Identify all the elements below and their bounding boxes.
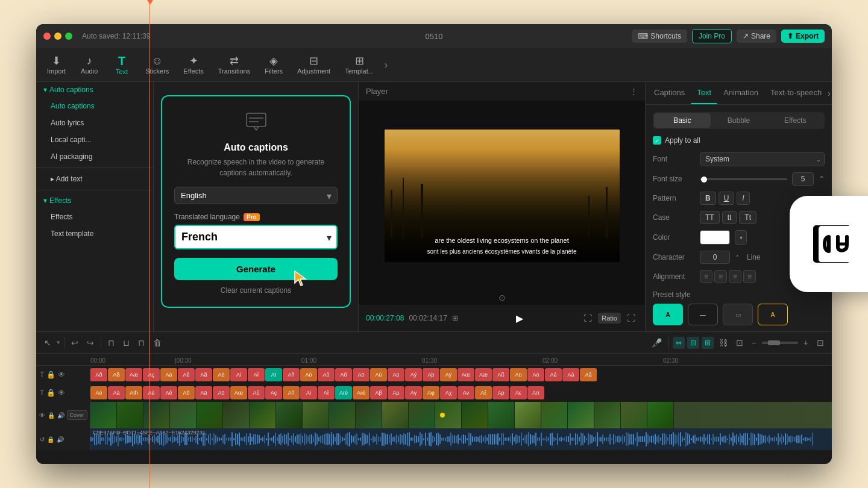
caption-chip[interactable]: Aγ: [405, 386, 422, 399]
copy-tool[interactable]: ⊡: [733, 336, 746, 349]
caption-chip[interactable]: Aρ: [492, 386, 509, 399]
caption-chip[interactable]: Aú: [370, 368, 387, 381]
caption-chip[interactable]: Aû: [248, 386, 265, 399]
lowercase-button[interactable]: tt: [722, 211, 737, 224]
color-swatch[interactable]: [700, 230, 730, 245]
caption-chip[interactable]: Aí: [230, 368, 247, 381]
caption-chip[interactable]: Aç: [143, 368, 160, 381]
minus-zoom-btn[interactable]: −: [749, 336, 760, 349]
caption-chip[interactable]: Aõ: [178, 386, 195, 399]
link-tool[interactable]: ⛓: [716, 336, 731, 349]
caption-chip[interactable]: Aà: [562, 368, 579, 381]
plus-zoom-btn[interactable]: +: [800, 336, 811, 349]
caption-chip[interactable]: Aœ: [458, 368, 474, 381]
preset-style-3[interactable]: ▭: [723, 304, 753, 325]
apply-all-checkbox[interactable]: ✓: [653, 136, 661, 145]
redo-button[interactable]: ↪: [84, 336, 97, 349]
toolbar-more-button[interactable]: ›: [382, 57, 390, 73]
tab-captions[interactable]: Captions: [648, 82, 691, 104]
caption-chip[interactable]: Aä: [160, 368, 177, 381]
translated-language-input[interactable]: [174, 225, 338, 249]
effects-group[interactable]: ▾ Effects: [36, 193, 153, 208]
caption-chip[interactable]: Aó: [300, 368, 317, 381]
caption-chip[interactable]: Aë: [213, 368, 230, 381]
delete-button[interactable]: 🗑: [150, 336, 165, 349]
caption-chip[interactable]: Aý: [405, 368, 422, 381]
sidebar-item-auto-lyrics[interactable]: Auto lyrics: [41, 115, 148, 131]
caption-chip[interactable]: Aô: [318, 368, 335, 381]
audio-lock-icon[interactable]: 🔒: [47, 436, 54, 443]
caption-chip[interactable]: Aü: [510, 368, 527, 381]
caption-chip[interactable]: Aré: [353, 386, 370, 399]
color-tool-3[interactable]: ⊞: [702, 337, 714, 349]
trim-end-button[interactable]: ⊓: [135, 336, 148, 349]
font-size-slider[interactable]: [700, 178, 787, 180]
char-stepper[interactable]: ⌃: [735, 254, 740, 261]
language-select[interactable]: English French Spanish: [174, 187, 338, 204]
fit-zoom-btn[interactable]: ⊡: [814, 336, 827, 349]
caption-chip[interactable]: Aré: [335, 386, 352, 399]
video-lock-icon[interactable]: 🔒: [48, 412, 55, 419]
share-button[interactable]: ↗ Share: [737, 30, 776, 43]
sidebar-item-effects[interactable]: Effects: [41, 209, 148, 225]
toolbar-adjustment[interactable]: ⊟ Adjustment: [291, 53, 336, 77]
tab-text[interactable]: Text: [691, 82, 717, 104]
right-tab-more-icon[interactable]: ›: [828, 89, 831, 98]
lock-icon-2[interactable]: 🔒: [46, 389, 55, 397]
caption-chip[interactable]: Aà: [108, 386, 125, 399]
caption-chip[interactable]: Aπ: [527, 386, 544, 399]
caption-chip[interactable]: Aν: [458, 386, 474, 399]
sidebar-item-text-template[interactable]: Text template: [41, 226, 148, 242]
toolbar-effects[interactable]: ✦ Effects: [177, 53, 209, 77]
sidebar-item-auto-captions[interactable]: Auto captions: [41, 98, 148, 114]
caption-chip[interactable]: Aε: [510, 386, 527, 399]
caption-chip[interactable]: Aß: [492, 368, 509, 381]
fullscreen-button[interactable]: ⛶: [624, 312, 638, 324]
caption-chip[interactable]: Añ: [283, 368, 300, 381]
style-tab-bubble[interactable]: Bubble: [711, 113, 767, 128]
caption-chip[interactable]: Aξ: [475, 386, 492, 399]
caption-chip[interactable]: Aè: [143, 386, 160, 399]
lock-icon-1[interactable]: 🔒: [46, 371, 55, 379]
undo-button[interactable]: ↩: [68, 336, 81, 349]
grid-icon[interactable]: ⊞: [452, 314, 458, 322]
caption-chip[interactable]: Ath: [125, 386, 142, 399]
caption-chip[interactable]: Aχ: [440, 386, 457, 399]
caption-chip[interactable]: Aê: [178, 368, 195, 381]
caption-chip[interactable]: Aâ: [580, 368, 597, 381]
color-tool-1[interactable]: ⇔: [673, 337, 685, 349]
toolbar-templates[interactable]: ⊞ Templat...: [339, 53, 380, 77]
sidebar-item-local-captions[interactable]: Local capti...: [41, 132, 148, 148]
style-tab-effects[interactable]: Effects: [767, 113, 823, 128]
clear-captions-button[interactable]: Clear current captions: [221, 286, 291, 295]
font-size-thumb[interactable]: [701, 177, 707, 183]
audio-volume-icon[interactable]: 🔊: [57, 436, 64, 443]
caption-chip[interactable]: Aÿ: [440, 368, 457, 381]
caption-chip[interactable]: Aæ: [475, 368, 492, 381]
font-size-value[interactable]: 5: [792, 172, 814, 186]
caption-chip[interactable]: Añ: [283, 386, 300, 399]
align-right-button[interactable]: ≡: [729, 270, 741, 283]
preset-style-4[interactable]: A: [758, 304, 788, 325]
caption-chip[interactable]: Aä: [195, 386, 212, 399]
export-button[interactable]: ⬆ Export: [781, 30, 825, 43]
caption-chip[interactable]: Aβ: [370, 386, 387, 399]
close-button[interactable]: [43, 33, 51, 40]
play-button[interactable]: ▶: [511, 310, 528, 327]
align-center-button[interactable]: ≡: [714, 270, 727, 283]
caption-chip[interactable]: Aü: [388, 368, 404, 381]
toolbar-import[interactable]: ⬇ Import: [41, 53, 72, 77]
caption-chip[interactable]: Aá: [545, 368, 562, 381]
toolbar-text[interactable]: T Text: [107, 52, 137, 78]
color-tool-2[interactable]: ⊟: [687, 337, 699, 349]
zoom-slider[interactable]: [762, 342, 798, 344]
caption-chip[interactable]: Aé: [90, 386, 107, 399]
auto-captions-group[interactable]: ▾ Auto captions: [36, 82, 153, 98]
caption-chip[interactable]: Að: [90, 368, 107, 381]
preset-style-1[interactable]: A: [653, 304, 683, 325]
zoom-handle[interactable]: [768, 340, 780, 345]
caption-chip[interactable]: Aρ: [388, 386, 404, 399]
bold-button[interactable]: B: [700, 192, 716, 205]
select-tool-button[interactable]: ↖: [41, 336, 54, 349]
maximize-button[interactable]: [65, 33, 72, 40]
